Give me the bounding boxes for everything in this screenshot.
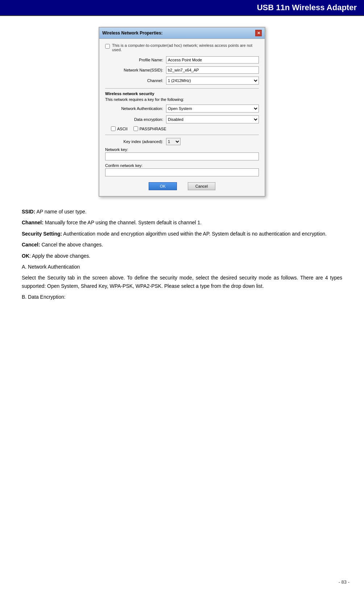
network-auth-label: Network Authentication: (105, 106, 163, 111)
confirm-key-input[interactable] (105, 168, 259, 176)
security-para: Security Setting: Authentication mode an… (22, 230, 342, 238)
ssid-row: Network Name(SSID): (105, 66, 259, 74)
confirm-key-label: Confirm network key: (105, 163, 259, 168)
page-content: Wireless Network Properties: ✕ This is a… (0, 16, 364, 327)
adhoc-checkbox-row: This is a computer-to-computer(ad hoc) n… (105, 43, 259, 52)
ok-bold: OK (22, 253, 29, 259)
cancel-button[interactable]: Cancel (188, 182, 215, 190)
header-title: USB 11n Wireless Adapter (257, 3, 357, 12)
cancel-para: Cancel: Cancel the above changes. (22, 241, 342, 249)
channel-para: Channel: Manually force the AP using the… (22, 219, 342, 226)
network-key-input[interactable] (105, 152, 259, 160)
section-b-label: B. Data Encryption: (22, 294, 66, 300)
ascii-label: ASCII (117, 127, 128, 131)
ssid-label: Network Name(SSID): (105, 68, 163, 72)
security-title: Wireless network security (105, 91, 259, 96)
key-index-select[interactable]: 1 (166, 138, 181, 145)
key-index-row: Key index (advanced): 1 (105, 138, 259, 145)
dialog-wrapper: Wireless Network Properties: ✕ This is a… (22, 27, 342, 197)
profile-name-row: Profile Name: (105, 56, 259, 64)
profile-name-label: Profile Name: (105, 58, 163, 62)
security-sub: This network requires a key for the foll… (105, 97, 259, 102)
section-divider-2 (105, 135, 259, 135)
dialog-box: Wireless Network Properties: ✕ This is a… (99, 27, 265, 197)
doc-section: SSID: AP name of user type. Channel: Man… (22, 208, 342, 301)
passphrase-checkbox[interactable] (133, 126, 138, 131)
passphrase-item: PASSPHRASE (133, 126, 166, 131)
page-footer: - 83 - (339, 579, 349, 585)
ok-button[interactable]: OK (149, 182, 177, 190)
section-b-heading: B. Data Encryption: (22, 293, 342, 301)
ascii-item: ASCII (111, 126, 128, 131)
section-divider-1 (105, 88, 259, 89)
channel-text: Manually force the AP using the channel.… (44, 220, 202, 225)
section-a-content: Select the Security tab in the screen ab… (22, 275, 342, 289)
channel-row: Channel: 1 (2412MHz) (105, 77, 259, 85)
network-auth-select[interactable]: Open System (166, 105, 259, 113)
data-enc-row: Data encryption: Disabled (105, 115, 259, 123)
channel-label: Channel: (105, 78, 163, 83)
data-enc-label: Data encryption: (105, 117, 163, 122)
network-auth-row: Network Authentication: Open System (105, 105, 259, 113)
dialog-title: Wireless Network Properties: (102, 30, 163, 36)
security-bold: Security Setting: (22, 231, 62, 237)
passphrase-label: PASSPHRASE (140, 127, 166, 131)
channel-bold: Channel: (22, 220, 44, 225)
cipher-checkbox-row: ASCII PASSPHRASE (111, 126, 259, 131)
data-enc-select[interactable]: Disabled (166, 115, 259, 123)
section-a-heading: A. Network Authentication (22, 263, 342, 271)
section-a-text: Select the Security tab in the screen ab… (22, 274, 342, 290)
profile-name-input[interactable] (166, 56, 259, 64)
page-number: - 83 - (339, 579, 349, 585)
key-index-label: Key index (advanced): (105, 139, 163, 144)
ssid-bold: SSID: (22, 209, 35, 215)
dialog-body: This is a computer-to-computer(ad hoc) n… (99, 39, 265, 196)
channel-select[interactable]: 1 (2412MHz) (166, 77, 259, 85)
adhoc-checkbox[interactable] (105, 44, 110, 49)
ssid-input[interactable] (166, 66, 259, 74)
section-a-label: A. Network Authentication (22, 264, 80, 270)
dialog-buttons: OK Cancel (105, 182, 259, 192)
ssid-text: AP name of user type. (35, 209, 86, 215)
dialog-titlebar: Wireless Network Properties: ✕ (99, 28, 265, 39)
network-key-label: Network key: (105, 147, 259, 152)
ascii-checkbox[interactable] (111, 126, 116, 131)
ok-text: : Apply the above changes. (29, 253, 90, 259)
adhoc-label: This is a computer-to-computer(ad hoc) n… (112, 43, 259, 52)
page-header: USB 11n Wireless Adapter (0, 0, 364, 16)
cancel-text: Cancel the above changes. (40, 242, 103, 248)
security-text: Authentication mode and encryption algor… (62, 231, 327, 237)
cancel-bold: Cancel: (22, 242, 40, 248)
ssid-para: SSID: AP name of user type. (22, 208, 342, 216)
ok-para: OK: Apply the above changes. (22, 252, 342, 260)
dialog-close-button[interactable]: ✕ (255, 30, 262, 36)
